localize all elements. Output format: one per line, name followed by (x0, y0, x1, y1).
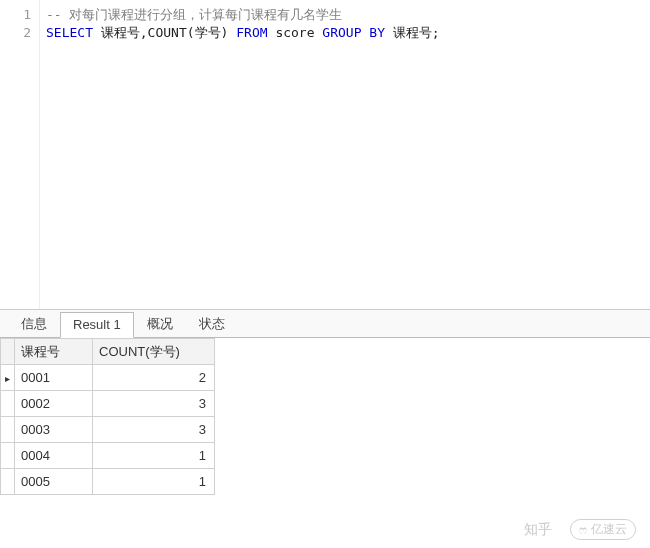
kw-group-by: GROUP BY (322, 25, 385, 40)
kw-select: SELECT (46, 25, 93, 40)
tab-info[interactable]: 信息 (8, 310, 60, 338)
tab-status[interactable]: 状态 (186, 310, 238, 338)
table-row[interactable]: 00012 (1, 365, 215, 391)
line-number: 1 (0, 6, 31, 24)
watermark-area: 知乎 ෆ 亿速云 (524, 519, 636, 540)
code-text: 课程号; (385, 25, 440, 40)
cell-count[interactable]: 3 (93, 417, 215, 443)
line-number: 2 (0, 24, 31, 42)
col-header-count[interactable]: COUNT(学号) (93, 339, 215, 365)
cell-course[interactable]: 0002 (15, 391, 93, 417)
tab-profile[interactable]: 概况 (134, 310, 186, 338)
cell-count[interactable]: 1 (93, 443, 215, 469)
cell-count[interactable]: 3 (93, 391, 215, 417)
row-selector-header (1, 339, 15, 365)
table-row[interactable]: 00051 (1, 469, 215, 495)
code-text: score (268, 25, 323, 40)
kw-from: FROM (236, 25, 267, 40)
cell-course[interactable]: 0001 (15, 365, 93, 391)
code-area[interactable]: -- 对每门课程进行分组，计算每门课程有几名学生 SELECT 课程号,COUN… (40, 0, 650, 309)
cell-count[interactable]: 1 (93, 469, 215, 495)
cloud-icon: ෆ (579, 523, 587, 537)
row-selector[interactable] (1, 443, 15, 469)
row-selector[interactable] (1, 365, 15, 391)
cell-course[interactable]: 0003 (15, 417, 93, 443)
tab-result1[interactable]: Result 1 (60, 312, 134, 338)
table-row[interactable]: 00033 (1, 417, 215, 443)
row-selector[interactable] (1, 417, 15, 443)
watermark-zhihu: 知乎 (524, 521, 552, 539)
row-selector[interactable] (1, 469, 15, 495)
sql-editor[interactable]: 1 2 -- 对每门课程进行分组，计算每门课程有几名学生 SELECT 课程号,… (0, 0, 650, 310)
result-grid[interactable]: 课程号 COUNT(学号) 0001200023000330004100051 (0, 338, 215, 495)
cell-course[interactable]: 0004 (15, 443, 93, 469)
cell-course[interactable]: 0005 (15, 469, 93, 495)
code-comment: -- 对每门课程进行分组，计算每门课程有几名学生 (46, 7, 342, 22)
cell-count[interactable]: 2 (93, 365, 215, 391)
row-selector[interactable] (1, 391, 15, 417)
line-number-gutter: 1 2 (0, 0, 40, 309)
code-text: 课程号,COUNT(学号) (93, 25, 236, 40)
col-header-course[interactable]: 课程号 (15, 339, 93, 365)
table-row[interactable]: 00023 (1, 391, 215, 417)
watermark-yisu-text: 亿速云 (591, 521, 627, 538)
table-row[interactable]: 00041 (1, 443, 215, 469)
result-grid-wrap: 课程号 COUNT(学号) 0001200023000330004100051 (0, 338, 650, 495)
watermark-yisu: ෆ 亿速云 (570, 519, 636, 540)
result-tabs: 信息 Result 1 概况 状态 (0, 310, 650, 338)
